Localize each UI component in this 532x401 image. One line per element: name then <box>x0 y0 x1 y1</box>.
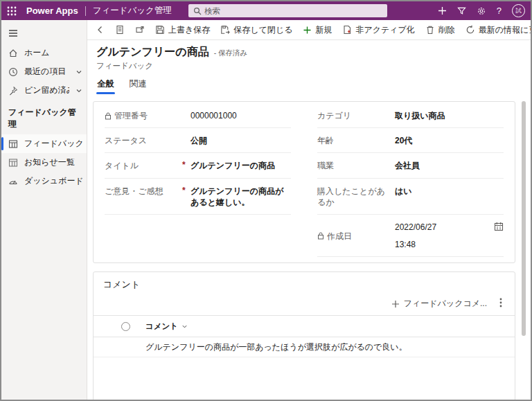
column-header-label: コメント <box>145 321 178 332</box>
form-tabs: 全般 関連 <box>87 71 531 94</box>
title-field[interactable]: タイトル グルテンフリーの商品 <box>105 153 291 178</box>
home-icon <box>8 48 18 58</box>
app-body: ホーム 最近の項目 ピン留め済み フィードバック管理 <box>1 20 531 400</box>
more-commands-icon[interactable] <box>494 296 508 311</box>
search-input[interactable] <box>204 7 387 15</box>
field-label: 管理番号 <box>114 110 148 121</box>
brand-logo[interactable]: Power Apps <box>26 6 78 16</box>
deactivate-icon <box>342 25 352 35</box>
settings-gear-icon[interactable] <box>477 6 486 16</box>
field-label: 購入したことがあるか <box>317 186 387 208</box>
sidebar: ホーム 最近の項目 ピン留め済み フィードバック管理 <box>1 20 87 400</box>
sidebar-collapse-icon[interactable] <box>1 23 87 44</box>
form-selector-button[interactable] <box>110 21 130 38</box>
field-label: 職業 <box>317 160 334 171</box>
header-actions: ? 試 <box>438 4 525 17</box>
age-field[interactable]: 年齢 20代 <box>317 128 504 153</box>
trash-icon <box>425 25 435 35</box>
command-label: 削除 <box>438 24 455 36</box>
sidebar-item-home[interactable]: ホーム <box>1 44 87 62</box>
comments-section-card: コメント フィードバックコメ... <box>93 271 515 400</box>
add-icon[interactable] <box>438 6 447 15</box>
lock-icon <box>317 232 324 240</box>
comment-column-header[interactable]: コメント <box>145 321 188 332</box>
table-icon <box>8 158 18 168</box>
deactivate-button[interactable]: 非アクティブ化 <box>337 21 419 38</box>
sidebar-item-news-list[interactable]: お知らせ一覧 <box>1 153 87 172</box>
management-number-field[interactable]: 管理番号 0000001000 <box>105 103 291 128</box>
status-field[interactable]: ステータス 公開 <box>105 128 291 153</box>
grid-footer: 1 - 1/1 ページ 1 <box>94 399 515 400</box>
vertical-scrollbar[interactable] <box>521 98 526 395</box>
field-value[interactable]: グルテンフリーの商品があると嬉しい。 <box>190 186 291 208</box>
main-panel: 上書き保存 保存して閉じる 新規 <box>87 20 531 400</box>
calendar-icon[interactable] <box>494 222 504 233</box>
top-bar: Power Apps フィードバック管理 ? <box>1 1 531 20</box>
select-all-checkbox[interactable] <box>121 322 130 331</box>
sidebar-group-title: フィードバック管理 <box>1 100 87 134</box>
scrollbar-thumb[interactable] <box>522 101 526 336</box>
field-value: 0000001000 <box>190 110 291 121</box>
new-button[interactable]: 新規 <box>298 21 337 38</box>
field-value[interactable]: 会社員 <box>395 160 504 171</box>
sidebar-item-label: 最近の項目 <box>24 66 69 78</box>
tab-related[interactable]: 関連 <box>129 77 148 94</box>
header-divider <box>85 6 86 16</box>
form-right-column: カテゴリ 取り扱い商品 年齢 20代 職業 会社員 <box>317 103 504 257</box>
created-date-value: 2022/06/27 <box>395 222 494 233</box>
field-value[interactable]: 取り扱い商品 <box>395 110 504 121</box>
help-icon[interactable]: ? <box>497 6 502 16</box>
field-value[interactable]: はい <box>395 186 504 197</box>
created-date-field[interactable]: 作成日 2022/06/27 13:48 <box>317 215 504 257</box>
field-value[interactable]: 公開 <box>190 135 291 146</box>
purchased-before-field[interactable]: 購入したことがあるか はい <box>317 179 504 215</box>
save-button[interactable]: 上書き保存 <box>150 21 215 38</box>
add-feedback-comment-button[interactable]: フィードバックコメ... <box>387 296 491 311</box>
field-label: タイトル <box>105 160 139 171</box>
table-icon <box>8 139 18 149</box>
app-name[interactable]: フィードバック管理 <box>93 5 172 17</box>
back-button[interactable] <box>90 21 109 38</box>
command-label: 最新の情報に更新 <box>479 24 532 36</box>
field-value[interactable]: 20代 <box>395 135 504 146</box>
search-box[interactable] <box>188 4 387 17</box>
comments-title: コメント <box>94 278 515 296</box>
field-value[interactable]: グルテンフリーの商品 <box>190 160 291 171</box>
pin-icon <box>8 86 18 96</box>
sidebar-item-pinned[interactable]: ピン留め済み <box>1 81 87 100</box>
waffle-menu-icon[interactable] <box>1 1 22 20</box>
occupation-field[interactable]: 職業 会社員 <box>317 153 504 178</box>
sidebar-item-label: ホーム <box>24 47 82 59</box>
created-time-value: 13:48 <box>395 239 494 250</box>
sidebar-item-dashboard[interactable]: ダッシュボード <box>1 172 87 190</box>
search-icon <box>193 7 202 15</box>
popout-icon <box>135 25 145 35</box>
clock-icon <box>8 67 18 77</box>
save-and-close-button[interactable]: 保存して閉じる <box>215 21 297 38</box>
field-label: 作成日 <box>327 231 352 242</box>
tab-general[interactable]: 全般 <box>96 77 115 94</box>
sidebar-item-recent[interactable]: 最近の項目 <box>1 62 87 81</box>
record-header: グルテンフリーの商品 - 保存済み フィードバック <box>87 40 531 71</box>
chevron-down-icon <box>181 323 188 330</box>
required-marker <box>182 160 190 170</box>
chevron-down-icon <box>76 69 82 75</box>
delete-button[interactable]: 削除 <box>420 21 460 38</box>
plus-icon <box>303 26 312 35</box>
dashboard-gauge-icon <box>8 177 18 186</box>
user-avatar[interactable]: 試 <box>512 4 525 17</box>
comment-row[interactable]: グルテンフリーの商品が一部あったほうが選択肢が広がるので良い。 <box>94 337 515 357</box>
popout-button[interactable] <box>130 21 150 38</box>
subgrid-command-bar: フィードバックコメ... <box>94 296 515 316</box>
command-label: 保存して閉じる <box>233 24 292 36</box>
sidebar-item-label: お知らせ一覧 <box>24 157 82 168</box>
opinion-field[interactable]: ご意見・ご感想 グルテンフリーの商品があると嬉しい。 <box>105 179 291 215</box>
page-title: グルテンフリーの商品 <box>96 45 209 60</box>
sidebar-item-feedback-list[interactable]: フィードバック一覧 <box>1 134 87 153</box>
save-close-icon <box>220 25 230 35</box>
refresh-button[interactable]: 最新の情報に更新 <box>461 21 532 38</box>
command-label: 非アクティブ化 <box>355 24 414 36</box>
grid-empty-space <box>94 357 515 399</box>
filter-icon[interactable] <box>457 6 466 15</box>
category-field[interactable]: カテゴリ 取り扱い商品 <box>317 103 504 128</box>
